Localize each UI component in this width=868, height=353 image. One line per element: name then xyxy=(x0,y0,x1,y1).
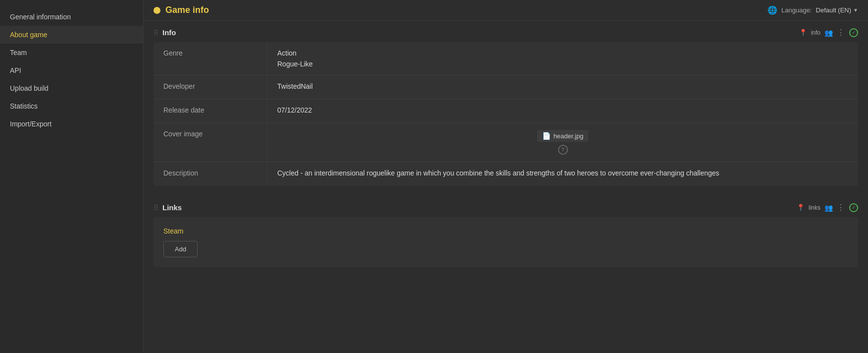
info-badge: info xyxy=(811,29,820,36)
people-icon: 👥 xyxy=(824,29,833,37)
drag-handle-icon: ⠿ xyxy=(153,204,158,212)
language-label: Language: xyxy=(781,6,812,14)
steam-label: Steam xyxy=(163,227,848,235)
sidebar-item-label: General information xyxy=(10,13,71,21)
add-button[interactable]: Add xyxy=(163,241,198,257)
links-section-header: ⠿ Links 📍 links 👥 ⋮ ✓ xyxy=(153,196,858,217)
cover-image-label: Cover image xyxy=(153,123,267,162)
more-options-icon[interactable]: ⋮ xyxy=(837,28,845,37)
info-section-header: ⠿ Info 📍 info 👥 ⋮ ✓ xyxy=(153,21,858,42)
sidebar-item-statistics[interactable]: Statistics xyxy=(0,97,143,115)
sidebar-item-label: About game xyxy=(10,31,48,39)
genre-value: Action Rogue-Like xyxy=(267,42,858,75)
page-title: Game info xyxy=(165,5,209,15)
sidebar-item-label: Upload build xyxy=(10,84,49,92)
links-section-header-left: ⠿ Links xyxy=(153,203,182,212)
file-name: header.jpg xyxy=(554,132,584,140)
description-label: Description xyxy=(153,162,267,186)
sidebar-item-label: Statistics xyxy=(10,102,38,110)
file-badge[interactable]: 📄 header.jpg xyxy=(537,130,589,142)
links-section-title: Links xyxy=(162,203,182,212)
links-section: ⠿ Links 📍 links 👥 ⋮ ✓ Steam Add xyxy=(144,196,868,277)
links-section-controls: 📍 links 👥 ⋮ ✓ xyxy=(797,203,858,212)
language-value: Default (EN) xyxy=(816,6,852,14)
cover-image-value: 📄 header.jpg ? xyxy=(267,123,858,162)
info-section: ⠿ Info 📍 info 👥 ⋮ ✓ Genre Action Rogue-L… xyxy=(144,21,868,196)
sidebar-item-upload-build[interactable]: Upload build xyxy=(0,79,143,97)
description-value: Cycled - an interdimensional roguelike g… xyxy=(267,162,858,186)
sidebar-item-general-information[interactable]: General information xyxy=(0,8,143,26)
info-table: Genre Action Rogue-Like Developer Twiste… xyxy=(153,42,858,186)
header-left: Game info xyxy=(153,5,209,15)
chevron-down-icon: ▼ xyxy=(853,7,858,13)
info-section-controls: 📍 info 👥 ⋮ ✓ xyxy=(799,28,858,37)
section-header-left: ⠿ Info xyxy=(153,28,176,37)
links-section-content: Steam Add xyxy=(153,217,858,267)
globe-icon: 🌐 xyxy=(767,5,777,15)
table-row: Description Cycled - an interdimensional… xyxy=(153,162,858,186)
developer-value: TwistedNail xyxy=(267,75,858,99)
sidebar-item-label: Import/Export xyxy=(10,120,51,128)
file-icon: 📄 xyxy=(542,132,551,140)
sidebar-item-label: Team xyxy=(10,49,27,57)
developer-label: Developer xyxy=(153,75,267,99)
drag-handle-icon: ⠿ xyxy=(153,29,158,37)
status-check-icon: ✓ xyxy=(849,203,858,212)
pin-icon: 📍 xyxy=(799,29,807,36)
more-options-icon[interactable]: ⋮ xyxy=(837,203,845,212)
pin-icon: 📍 xyxy=(797,204,805,211)
table-row: Cover image 📄 header.jpg ? xyxy=(153,123,858,162)
header-right: 🌐 Language: Default (EN) ▼ xyxy=(767,5,858,15)
sidebar-item-team[interactable]: Team xyxy=(0,44,143,61)
language-dropdown[interactable]: Default (EN) ▼ xyxy=(816,6,858,14)
sidebar-item-api[interactable]: API xyxy=(0,61,143,79)
release-date-label: Release date xyxy=(153,99,267,122)
info-section-title: Info xyxy=(162,28,176,37)
release-date-value: 07/12/2022 xyxy=(267,99,858,122)
links-badge: links xyxy=(809,204,820,211)
status-check-icon: ✓ xyxy=(849,28,858,37)
sidebar-item-about-game[interactable]: About game xyxy=(0,26,143,44)
table-row: Release date 07/12/2022 xyxy=(153,99,858,123)
sidebar-item-label: API xyxy=(10,66,21,74)
table-row: Genre Action Rogue-Like xyxy=(153,42,858,75)
help-icon[interactable]: ? xyxy=(558,145,568,155)
people-icon: 👥 xyxy=(824,204,833,212)
main-content: Game info 🌐 Language: Default (EN) ▼ ⠿ I… xyxy=(144,0,868,353)
table-row: Developer TwistedNail xyxy=(153,75,858,99)
sidebar: General information About game Team API … xyxy=(0,0,144,353)
sidebar-item-import-export[interactable]: Import/Export xyxy=(0,115,143,133)
genre-label: Genre xyxy=(153,42,267,75)
header-bar: Game info 🌐 Language: Default (EN) ▼ xyxy=(144,0,868,21)
status-dot xyxy=(153,7,160,14)
